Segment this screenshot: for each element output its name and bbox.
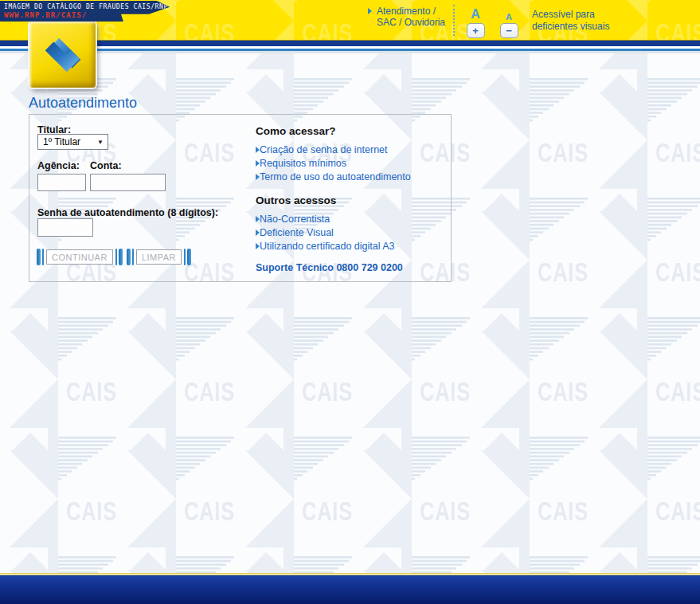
font-increase-button[interactable]: + [467, 23, 485, 38]
link-nao-correntista[interactable]: Não-Correntista [256, 212, 447, 226]
conta-label: Conta: [90, 160, 122, 171]
bank-logo-icon [38, 30, 88, 80]
como-acessar-heading: Como acessar? [256, 125, 447, 137]
page-title: Autoatendimento [29, 95, 137, 112]
link-certificado-digital[interactable]: Utilizando certificado digital A3 [256, 239, 447, 253]
agencia-label: Agência: [37, 160, 80, 171]
page-root: CAIS [0, 0, 700, 604]
clear-button[interactable]: LIMPAR [127, 249, 191, 265]
footer-bar [0, 575, 700, 604]
sac-link-line1: Atendimento / [377, 6, 436, 17]
fraud-banner-title: IMAGEM DO CATÁLOGO DE FRAUDES CAIS/RNP [0, 1, 170, 10]
header-divider [453, 5, 455, 36]
login-box: Titular: 1º Titular ▼ Agência: Conta: Se… [29, 114, 452, 282]
font-increase-letter: A [471, 6, 480, 22]
senha-input[interactable] [37, 218, 93, 237]
sac-ouvidoria-link[interactable]: Atendimento / SAC / Ouvidoria [368, 6, 445, 28]
link-requisitos-minimos[interactable]: Requisitos mínimos [256, 156, 447, 170]
link-deficiente-visual[interactable]: Deficiente Visual [256, 226, 447, 239]
outros-acessos-heading: Outros acessos [256, 194, 447, 206]
continue-button[interactable]: CONTINUAR [37, 249, 123, 265]
senha-label: Senha de autoatendimento (8 dígitos): [37, 207, 218, 218]
sac-link-line2: SAC / Ouvidoria [377, 17, 445, 28]
bank-logo [29, 22, 96, 88]
font-size-increase-control: A + [466, 6, 485, 38]
link-criacao-senha[interactable]: Criação de senha de internet [256, 143, 447, 156]
support-phone-text: Suporte Técnico 0800 729 0200 [256, 262, 447, 273]
font-decrease-button[interactable]: − [500, 23, 518, 38]
help-column: Como acessar? Criação de senha de intern… [256, 125, 447, 273]
clear-button-label: LIMPAR [136, 249, 182, 265]
link-termo-de-uso[interactable]: Termo de uso do autoatendimento [256, 170, 447, 183]
bracket-left-icon [127, 249, 134, 265]
titular-selected-value: 1º Titular [43, 136, 80, 147]
conta-input[interactable] [90, 174, 166, 191]
font-decrease-letter: A [506, 6, 512, 22]
bracket-right-icon [184, 249, 191, 265]
continue-button-label: CONTINUAR [46, 249, 113, 265]
button-row: CONTINUAR LIMPAR [37, 249, 195, 265]
agencia-input[interactable] [37, 174, 86, 191]
dropdown-arrow-icon: ▼ [97, 139, 104, 146]
bracket-left-icon [37, 249, 44, 265]
chevron-right-icon [368, 8, 372, 14]
accessibility-text: Acessível para deficientes visuais [532, 9, 609, 33]
bracket-right-icon [115, 249, 123, 265]
titular-select[interactable]: 1º Titular ▼ [37, 134, 108, 150]
font-size-decrease-control: A − [499, 6, 518, 38]
header-stripe-navy [0, 41, 700, 46]
